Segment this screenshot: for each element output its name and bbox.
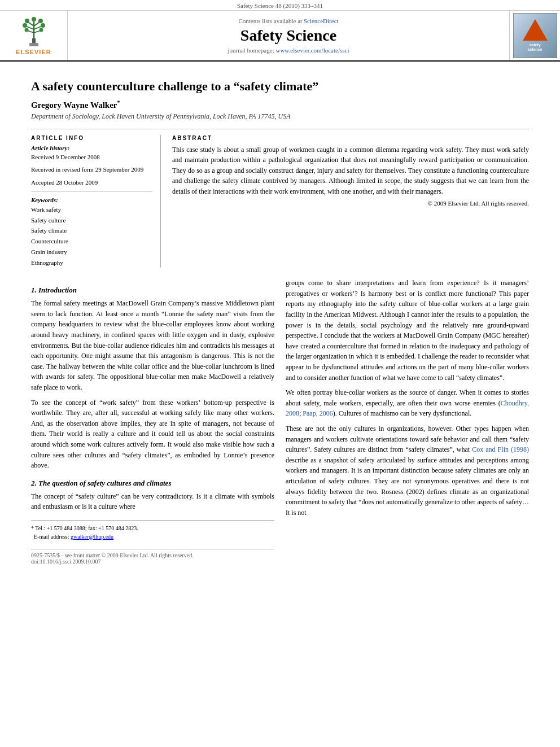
keyword-6: Ethnography (31, 257, 152, 268)
svg-point-11 (24, 28, 28, 32)
svg-rect-1 (29, 43, 38, 46)
footnote-section: * Tel.: +1 570 484 3088; fax: +1 570 484… (31, 520, 274, 544)
elsevier-tree-icon (17, 16, 51, 47)
cover-triangle-icon (523, 19, 548, 41)
keyword-4: Counterculture (31, 236, 152, 247)
journal-citation: Safety Science 48 (2010) 333–341 (237, 2, 323, 9)
keywords-list: Work safety Safety culture Safety climat… (31, 204, 152, 268)
cover-thumbnail: safetyscience (513, 13, 557, 58)
ref-paap[interactable]: Paap, 2006 (303, 409, 333, 417)
elsevier-logo-section: ELSEVIER (0, 11, 68, 60)
footer-bar: 0925-7535/$ - see front matter © 2009 El… (31, 549, 274, 565)
body-left-column: 1. Introduction The formal safety meetin… (31, 278, 274, 565)
accepted-date: Accepted 28 October 2009 (31, 178, 152, 187)
footnote-email-link[interactable]: gwalker@lhup.edu (71, 534, 113, 540)
author-name: Gregory Wayne Walker* (31, 99, 529, 110)
intro-para1: The formal safety meetings at MacDowell … (31, 298, 274, 392)
article-history-label: Article history: (31, 145, 152, 151)
section2-heading: 2. The question of safety cultures and c… (31, 479, 274, 488)
footnote-phone: * Tel.: +1 570 484 3088; fax: +1 570 484… (31, 524, 274, 532)
right-para1: groups come to share interpretations and… (286, 278, 529, 383)
article-title: A safety counterculture challenge to a “… (31, 78, 529, 95)
footnote-email: E-mail address: gwalker@lhup.edu (31, 532, 274, 541)
intro-para2: To see the concept of “work safety” from… (31, 397, 274, 471)
science-direct-link: Contents lists available at ScienceDirec… (238, 18, 338, 24)
right-para3: These are not the only cultures in organ… (286, 423, 529, 518)
elsevier-brand-text: ELSEVIER (16, 49, 51, 55)
svg-point-14 (39, 28, 43, 32)
revised-date: Received in revised form 29 September 20… (31, 165, 152, 174)
svg-point-12 (38, 19, 43, 23)
abstract-column: ABSTRACT This case study is about a smal… (172, 135, 529, 268)
journal-homepage-line: journal homepage: www.elsevier.com/locat… (228, 47, 349, 54)
body-right-column: groups come to share interpretations and… (286, 278, 529, 565)
copyright-line: © 2009 Elsevier Ltd. All rights reserved… (172, 200, 529, 207)
keyword-2: Safety culture (31, 215, 152, 226)
journal-main-title: Safety Science (240, 27, 336, 45)
body-columns: 1. Introduction The formal safety meetin… (31, 278, 529, 565)
svg-point-13 (41, 23, 45, 28)
keyword-1: Work safety (31, 204, 152, 215)
svg-point-9 (25, 19, 29, 23)
right-para2: We often portray blue-collar workers as … (286, 387, 529, 419)
science-direct-anchor[interactable]: ScienceDirect (304, 18, 339, 24)
main-content-area: A safety counterculture challenge to a “… (0, 62, 560, 576)
journal-citation-bar: Safety Science 48 (2010) 333–341 (0, 0, 560, 11)
article-info-label: ARTICLE INFO (31, 135, 152, 141)
article-info-column: ARTICLE INFO Article history: Received 9… (31, 135, 161, 268)
received-date: Received 9 December 2008 (31, 152, 152, 162)
footer-copyright: 0925-7535/$ - see front matter © 2009 El… (31, 552, 274, 558)
svg-point-10 (23, 23, 27, 28)
journal-homepage-link[interactable]: www.elsevier.com/locate/ssci (275, 47, 349, 54)
abstract-text: This case study is about a small group o… (172, 145, 529, 197)
ref-cox-flin[interactable]: Cox and Flin (1998) (472, 445, 529, 453)
keyword-3: Safety climate (31, 225, 152, 236)
journal-title-section: Contents lists available at ScienceDirec… (68, 11, 509, 60)
affiliation: Department of Sociology, Lock Haven Univ… (31, 112, 529, 121)
section2-para: The concept of “safety culture” can be v… (31, 491, 274, 512)
keyword-5: Grain industry (31, 247, 152, 257)
footer-doi: doi:10.1016/j.ssci.2009.10.007 (31, 558, 274, 565)
abstract-label: ABSTRACT (172, 135, 529, 141)
svg-point-15 (32, 17, 36, 21)
journal-header: ELSEVIER Contents lists available at Sci… (0, 11, 560, 62)
keywords-label: Keywords: (31, 196, 152, 203)
intro-heading: 1. Introduction (31, 286, 274, 295)
cover-label-text: safetyscience (528, 43, 542, 53)
article-meta-row: ARTICLE INFO Article history: Received 9… (31, 129, 529, 268)
journal-cover-image: safetyscience (509, 11, 560, 60)
